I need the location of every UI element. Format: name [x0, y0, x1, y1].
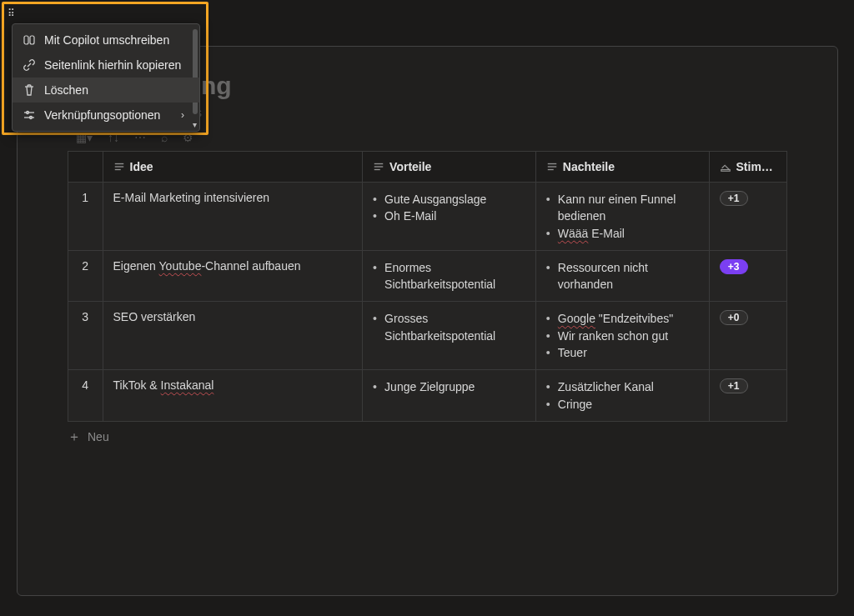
toolbar-search-icon[interactable]: ⌕ [161, 131, 168, 144]
votes-cell[interactable]: +1 [709, 183, 787, 251]
col-header-cons-label: Nachteile [563, 160, 615, 173]
col-header-votes[interactable]: Stim… [709, 152, 787, 183]
table-row[interactable]: 1E-Mail Marketing intensivierenGute Ausg… [68, 183, 787, 251]
votes-cell[interactable]: +1 [709, 370, 787, 422]
list-item: Teuer [546, 344, 699, 361]
col-header-pros[interactable]: Vorteile [363, 152, 536, 183]
cons-cell[interactable]: Zusätzlicher KanalCringe [535, 370, 709, 422]
col-header-cons[interactable]: Nachteile [535, 152, 709, 183]
pros-cell[interactable]: Gute AusgangslageOh E-Mail [363, 183, 536, 251]
list-item: Junge Zielgruppe [373, 378, 525, 395]
cons-cell[interactable]: Ressourcen nicht vorhanden [535, 250, 709, 302]
toolbar-settings-icon[interactable]: ⚙ [183, 131, 193, 144]
row-number: 3 [68, 302, 103, 370]
vote-icon [720, 161, 731, 173]
col-header-idea-label: Idee [130, 160, 153, 173]
list-item: Zusätzlicher Kanal [546, 378, 699, 395]
list-item: Google "Endzeitvibes" [546, 310, 699, 327]
list-item: Wir ranken schon gut [546, 328, 699, 344]
row-number: 4 [68, 370, 103, 422]
menu-item-sliders[interactable]: Verknüpfungsoptionen› [13, 103, 199, 128]
idea-cell[interactable]: SEO verstärken [103, 302, 363, 370]
table-row[interactable]: 3SEO verstärkenGrosses Sichtbarkeitspote… [68, 302, 787, 370]
list-item: Oh E-Mail [373, 208, 525, 224]
menu-item-label: Löschen [44, 83, 88, 97]
idea-cell[interactable]: E-Mail Marketing intensivieren [103, 183, 363, 251]
row-number: 1 [68, 183, 103, 251]
drag-handle-icon[interactable]: ⠿ [8, 8, 16, 19]
vote-badge[interactable]: +0 [720, 310, 748, 325]
text-lines-icon [113, 161, 125, 173]
pros-cell[interactable]: Grosses Sichtbarkeitspotential [363, 302, 536, 370]
copilot-icon [23, 33, 36, 47]
plus-icon: ＋ [68, 430, 81, 443]
table-toolbar: ▦▾ ↑↓ ⋯ ⌕ ⚙ [68, 131, 787, 144]
cons-cell[interactable]: Google "Endzeitvibes"Wir ranken schon gu… [535, 302, 709, 370]
list-item: Cringe [546, 396, 699, 413]
pros-cell[interactable]: Enormes Sichtbarkeitspotential [363, 250, 536, 302]
table-row[interactable]: 4TikTok & InstakanalJunge ZielgruppeZusä… [68, 370, 787, 422]
list-item: Kann nur einen Funnel bedienen [546, 191, 699, 225]
votes-cell[interactable]: +3 [709, 250, 787, 302]
trash-icon [23, 83, 36, 97]
table-row[interactable]: 2Eigenen Youtube-Channel aufbauenEnormes… [68, 250, 787, 302]
sliders-icon [23, 108, 36, 122]
pros-cell[interactable]: Junge Zielgruppe [363, 370, 536, 422]
menu-item-link[interactable]: Seitenlink hierhin kopieren [13, 53, 199, 78]
col-header-idea[interactable]: Idee [103, 152, 363, 183]
toolbar-grid-icon[interactable]: ▦▾ [76, 131, 93, 144]
text-lines-icon [546, 161, 558, 173]
vote-badge[interactable]: +1 [720, 378, 748, 393]
col-header-number[interactable] [68, 152, 103, 183]
list-item: Wäää E-Mail [546, 225, 699, 242]
vote-badge[interactable]: +3 [720, 259, 748, 274]
menu-item-copilot[interactable]: Mit Copilot umschreiben [13, 28, 199, 53]
svg-rect-1 [30, 36, 34, 44]
vote-badge[interactable]: +1 [720, 191, 748, 206]
svg-rect-0 [24, 36, 28, 44]
menu-item-label: Seitenlink hierhin kopieren [44, 58, 181, 72]
text-lines-icon [373, 161, 384, 173]
menu-item-label: Verknüpfungsoptionen [44, 108, 160, 122]
ideas-table: Idee Vorteile Nachteile [68, 151, 787, 422]
toolbar-sort-icon[interactable]: ↑↓ [108, 131, 119, 144]
cons-cell[interactable]: Kann nur einen Funnel bedienenWäää E-Mai… [535, 183, 709, 251]
menu-item-label: Mit Copilot umschreiben [44, 33, 169, 47]
list-item: Gute Ausgangslage [373, 191, 525, 208]
toolbar-filter-icon[interactable]: ⋯ [134, 131, 146, 144]
idea-cell[interactable]: Eigenen Youtube-Channel aufbauen [103, 250, 363, 302]
row-number: 2 [68, 250, 103, 302]
add-row-button[interactable]: ＋ Neu [68, 430, 109, 443]
list-item: Ressourcen nicht vorhanden [546, 259, 699, 293]
link-icon [23, 58, 36, 72]
votes-cell[interactable]: +0 [709, 302, 787, 370]
list-item: Grosses Sichtbarkeitspotential [373, 310, 525, 344]
chevron-right-icon: › [181, 109, 184, 121]
list-item: Enormes Sichtbarkeitspotential [373, 259, 525, 293]
col-header-pros-label: Vorteile [389, 160, 431, 173]
menu-item-trash[interactable]: Löschen [13, 78, 199, 103]
col-header-votes-label: Stim… [736, 160, 773, 173]
context-menu: ▾ Mit Copilot umschreibenSeitenlink hier… [12, 23, 200, 132]
add-row-label: Neu [88, 430, 109, 443]
svg-rect-15 [721, 170, 730, 172]
idea-cell[interactable]: TikTok & Instakanal [103, 370, 363, 422]
